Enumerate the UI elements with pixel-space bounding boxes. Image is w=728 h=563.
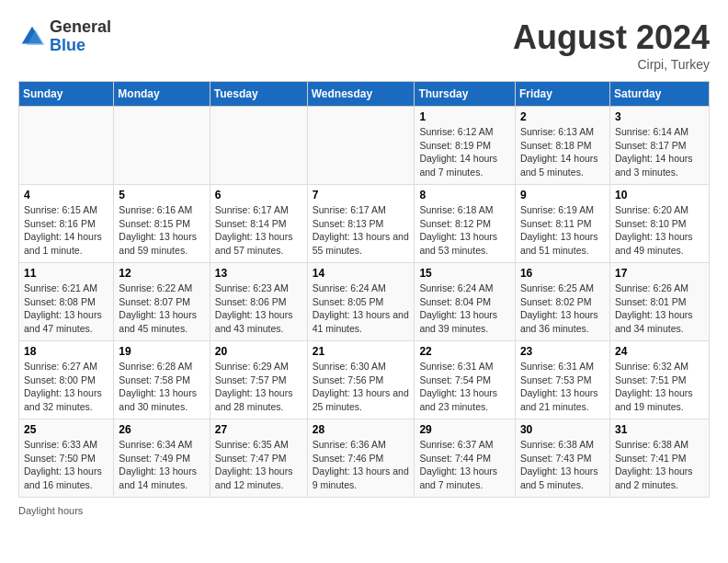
- day-number: 11: [24, 267, 108, 280]
- calendar-day-cell: 5Sunrise: 6:16 AM Sunset: 8:15 PM Daylig…: [114, 185, 210, 263]
- day-info: Sunrise: 6:23 AM Sunset: 8:06 PM Dayligh…: [215, 282, 302, 336]
- footer: Daylight hours: [18, 505, 710, 516]
- day-number: 10: [615, 189, 704, 201]
- day-info: Sunrise: 6:20 AM Sunset: 8:10 PM Dayligh…: [615, 203, 704, 258]
- calendar-week-row: 11Sunrise: 6:21 AM Sunset: 8:08 PM Dayli…: [19, 263, 710, 341]
- calendar-day-cell: 14Sunrise: 6:24 AM Sunset: 8:05 PM Dayli…: [307, 263, 415, 341]
- calendar-day-cell: 31Sunrise: 6:38 AM Sunset: 7:41 PM Dayli…: [609, 419, 709, 498]
- day-info: Sunrise: 6:38 AM Sunset: 7:41 PM Dayligh…: [615, 438, 704, 492]
- day-number: 19: [119, 345, 204, 358]
- day-info: Sunrise: 6:15 AM Sunset: 8:16 PM Dayligh…: [24, 203, 108, 258]
- day-number: 13: [215, 267, 302, 280]
- day-info: Sunrise: 6:26 AM Sunset: 8:01 PM Dayligh…: [615, 282, 704, 336]
- page-header: General Blue August 2024 Cirpi, Turkey: [18, 18, 710, 72]
- day-number: 25: [24, 423, 108, 436]
- day-info: Sunrise: 6:24 AM Sunset: 8:05 PM Dayligh…: [313, 282, 410, 336]
- day-info: Sunrise: 6:22 AM Sunset: 8:07 PM Dayligh…: [119, 282, 204, 336]
- day-info: Sunrise: 6:29 AM Sunset: 7:57 PM Dayligh…: [215, 360, 302, 414]
- calendar-day-cell: 13Sunrise: 6:23 AM Sunset: 8:06 PM Dayli…: [210, 263, 307, 341]
- day-info: Sunrise: 6:27 AM Sunset: 8:00 PM Dayligh…: [24, 360, 108, 414]
- day-info: Sunrise: 6:12 AM Sunset: 8:19 PM Dayligh…: [419, 125, 510, 179]
- day-info: Sunrise: 6:30 AM Sunset: 7:56 PM Dayligh…: [313, 360, 410, 414]
- calendar-header-row: SundayMondayTuesdayWednesdayThursdayFrid…: [19, 82, 710, 107]
- day-info: Sunrise: 6:31 AM Sunset: 7:54 PM Dayligh…: [419, 360, 510, 414]
- calendar-day-cell: 15Sunrise: 6:24 AM Sunset: 8:04 PM Dayli…: [415, 263, 516, 341]
- logo-blue-text: Blue: [50, 37, 111, 55]
- calendar-day-cell: [19, 107, 114, 185]
- day-number: 29: [419, 423, 510, 436]
- calendar-day-cell: 30Sunrise: 6:38 AM Sunset: 7:43 PM Dayli…: [515, 419, 609, 498]
- calendar-week-row: 18Sunrise: 6:27 AM Sunset: 8:00 PM Dayli…: [19, 341, 710, 419]
- day-info: Sunrise: 6:21 AM Sunset: 8:08 PM Dayligh…: [24, 282, 108, 336]
- day-number: 5: [119, 189, 204, 201]
- day-number: 31: [615, 423, 704, 436]
- day-number: 7: [313, 189, 410, 201]
- day-number: 1: [419, 110, 510, 123]
- day-number: 4: [24, 189, 108, 201]
- calendar-day-header: Saturday: [609, 82, 709, 107]
- calendar-day-cell: 19Sunrise: 6:28 AM Sunset: 7:58 PM Dayli…: [114, 341, 210, 419]
- day-number: 20: [215, 345, 302, 358]
- calendar-day-cell: [114, 107, 210, 185]
- calendar-day-cell: 4Sunrise: 6:15 AM Sunset: 8:16 PM Daylig…: [19, 185, 114, 263]
- calendar-day-cell: 29Sunrise: 6:37 AM Sunset: 7:44 PM Dayli…: [415, 419, 516, 498]
- calendar-day-cell: 10Sunrise: 6:20 AM Sunset: 8:10 PM Dayli…: [609, 185, 709, 263]
- day-number: 17: [615, 267, 704, 280]
- calendar-day-cell: 7Sunrise: 6:17 AM Sunset: 8:13 PM Daylig…: [307, 185, 415, 263]
- calendar-day-cell: 27Sunrise: 6:35 AM Sunset: 7:47 PM Dayli…: [210, 419, 307, 498]
- calendar-day-cell: 26Sunrise: 6:34 AM Sunset: 7:49 PM Dayli…: [114, 419, 210, 498]
- day-number: 27: [215, 423, 302, 436]
- month-year-title: August 2024: [513, 18, 710, 57]
- calendar-day-cell: 16Sunrise: 6:25 AM Sunset: 8:02 PM Dayli…: [515, 263, 609, 341]
- day-number: 15: [419, 267, 510, 280]
- day-info: Sunrise: 6:17 AM Sunset: 8:13 PM Dayligh…: [313, 203, 410, 258]
- day-number: 23: [520, 345, 605, 358]
- calendar-week-row: 1Sunrise: 6:12 AM Sunset: 8:19 PM Daylig…: [19, 107, 710, 185]
- calendar-day-cell: 28Sunrise: 6:36 AM Sunset: 7:46 PM Dayli…: [307, 419, 415, 498]
- day-info: Sunrise: 6:35 AM Sunset: 7:47 PM Dayligh…: [215, 438, 302, 492]
- day-info: Sunrise: 6:17 AM Sunset: 8:14 PM Dayligh…: [215, 203, 302, 258]
- logo: General Blue: [18, 18, 111, 55]
- calendar-day-cell: 24Sunrise: 6:32 AM Sunset: 7:51 PM Dayli…: [609, 341, 709, 419]
- calendar-week-row: 25Sunrise: 6:33 AM Sunset: 7:50 PM Dayli…: [19, 419, 710, 498]
- calendar-day-cell: 21Sunrise: 6:30 AM Sunset: 7:56 PM Dayli…: [307, 341, 415, 419]
- day-number: 14: [313, 267, 410, 280]
- day-info: Sunrise: 6:24 AM Sunset: 8:04 PM Dayligh…: [419, 282, 510, 336]
- day-info: Sunrise: 6:13 AM Sunset: 8:18 PM Dayligh…: [520, 125, 605, 179]
- logo-general-text: General: [50, 18, 111, 37]
- location-subtitle: Cirpi, Turkey: [513, 57, 710, 72]
- day-info: Sunrise: 6:19 AM Sunset: 8:11 PM Dayligh…: [520, 203, 605, 258]
- calendar-day-header: Friday: [515, 82, 609, 107]
- calendar-day-cell: [210, 107, 307, 185]
- day-number: 28: [313, 423, 410, 436]
- calendar-day-cell: 11Sunrise: 6:21 AM Sunset: 8:08 PM Dayli…: [19, 263, 114, 341]
- day-number: 16: [520, 267, 605, 280]
- day-info: Sunrise: 6:36 AM Sunset: 7:46 PM Dayligh…: [313, 438, 410, 492]
- calendar-day-cell: 22Sunrise: 6:31 AM Sunset: 7:54 PM Dayli…: [415, 341, 516, 419]
- calendar-day-cell: 1Sunrise: 6:12 AM Sunset: 8:19 PM Daylig…: [415, 107, 516, 185]
- calendar-day-cell: 3Sunrise: 6:14 AM Sunset: 8:17 PM Daylig…: [609, 107, 709, 185]
- calendar-day-header: Thursday: [415, 82, 516, 107]
- day-info: Sunrise: 6:37 AM Sunset: 7:44 PM Dayligh…: [419, 438, 510, 492]
- daylight-label: Daylight hours: [18, 505, 83, 516]
- calendar-day-header: Tuesday: [210, 82, 307, 107]
- day-info: Sunrise: 6:18 AM Sunset: 8:12 PM Dayligh…: [419, 203, 510, 258]
- day-number: 8: [419, 189, 510, 201]
- calendar-day-cell: 23Sunrise: 6:31 AM Sunset: 7:53 PM Dayli…: [515, 341, 609, 419]
- day-number: 30: [520, 423, 605, 436]
- day-info: Sunrise: 6:33 AM Sunset: 7:50 PM Dayligh…: [24, 438, 108, 492]
- day-info: Sunrise: 6:25 AM Sunset: 8:02 PM Dayligh…: [520, 282, 605, 336]
- calendar-day-cell: 12Sunrise: 6:22 AM Sunset: 8:07 PM Dayli…: [114, 263, 210, 341]
- calendar-week-row: 4Sunrise: 6:15 AM Sunset: 8:16 PM Daylig…: [19, 185, 710, 263]
- day-info: Sunrise: 6:32 AM Sunset: 7:51 PM Dayligh…: [615, 360, 704, 414]
- calendar-day-header: Monday: [114, 82, 210, 107]
- day-number: 21: [313, 345, 410, 358]
- day-number: 12: [119, 267, 204, 280]
- day-info: Sunrise: 6:38 AM Sunset: 7:43 PM Dayligh…: [520, 438, 605, 492]
- day-number: 24: [615, 345, 704, 358]
- title-block: August 2024 Cirpi, Turkey: [513, 18, 710, 72]
- day-number: 2: [520, 110, 605, 123]
- calendar-table: SundayMondayTuesdayWednesdayThursdayFrid…: [18, 81, 710, 498]
- day-info: Sunrise: 6:28 AM Sunset: 7:58 PM Dayligh…: [119, 360, 204, 414]
- calendar-day-cell: 8Sunrise: 6:18 AM Sunset: 8:12 PM Daylig…: [415, 185, 516, 263]
